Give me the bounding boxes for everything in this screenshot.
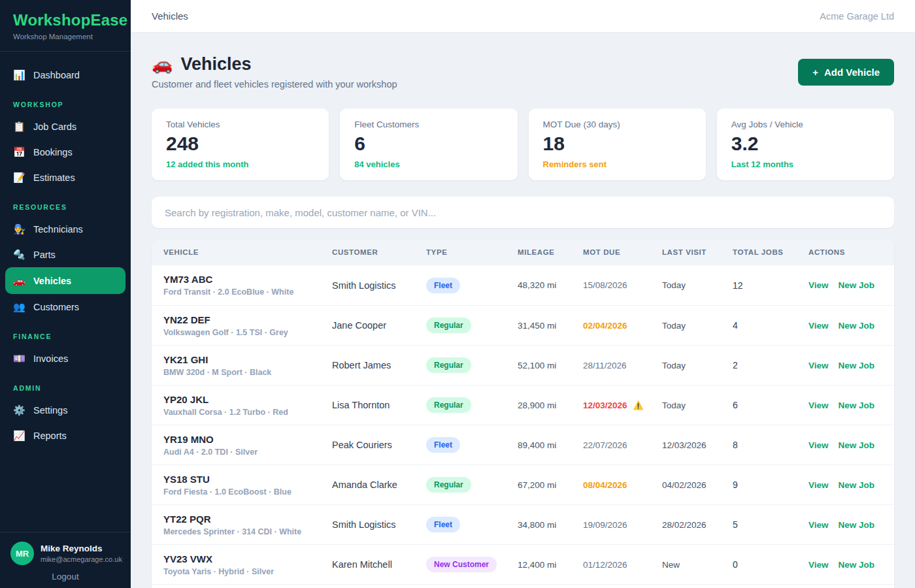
page-header: 🚗 Vehicles Customer and fleet vehicles r… xyxy=(152,54,894,90)
vehicle-description: Ford Transit · 2.0 EcoBlue · White xyxy=(163,287,332,297)
topbar: Vehicles Acme Garage Ltd xyxy=(131,0,915,33)
new-job-link[interactable]: New Job xyxy=(839,280,875,290)
mileage-cell: 28,900 mi xyxy=(518,400,583,410)
add-vehicle-button[interactable]: + Add Vehicle xyxy=(798,59,894,86)
vehicle-cell: YV23 VWX Toyota Yaris · Hybrid · Silver xyxy=(163,553,332,576)
new-job-link[interactable]: New Job xyxy=(839,480,875,490)
add-vehicle-label: Add Vehicle xyxy=(824,67,880,78)
mot-due-date: 08/04/2026 xyxy=(583,480,627,490)
mot-due-cell: 28/11/2026 xyxy=(583,361,662,370)
dashboard-icon: 📊 xyxy=(13,69,25,81)
table-row: YV23 VWX Toyota Yaris · Hybrid · Silver … xyxy=(152,544,894,584)
table-row: YS18 STU Ford Fiesta · 1.0 EcoBoost · Bl… xyxy=(152,465,894,504)
sidebar-item-customers[interactable]: 👥 Customers xyxy=(0,294,131,319)
logout-link[interactable]: Logout xyxy=(10,572,120,581)
sidebar-item-dashboard[interactable]: 📊 Dashboard xyxy=(0,62,131,88)
vehicle-cell: YN22 DEF Volkswagen Golf · 1.5 TSI · Gre… xyxy=(163,314,332,337)
customer-name: Jane Cooper xyxy=(332,320,426,331)
last-visit-cell: 12/03/2026 xyxy=(662,440,733,450)
sidebar: WorkshopEase Workshop Management 📊 Dashb… xyxy=(0,0,131,588)
vehicle-registration: YM73 ABC xyxy=(163,274,332,285)
last-visit-cell: Today xyxy=(662,361,733,370)
vehicle-registration: YR19 MNO xyxy=(163,434,332,445)
vehicle-cell: YP20 JKL Vauxhall Corsa · 1.2 Turbo · Re… xyxy=(163,394,332,417)
chart-increasing-icon: 📈 xyxy=(13,430,25,442)
sidebar-item-invoices[interactable]: 💷 Invoices xyxy=(0,346,131,371)
table-row: YM73 ABC Ford Transit · 2.0 EcoBlue · Wh… xyxy=(152,265,894,305)
sidebar-item-bookings[interactable]: 📅 Bookings xyxy=(0,139,131,165)
new-job-link[interactable]: New Job xyxy=(839,520,875,530)
sidebar-item-technicians[interactable]: 👨‍🔧 Technicians xyxy=(0,216,131,242)
avatar: MR xyxy=(10,542,34,565)
vehicle-cell: YK21 GHI BMW 320d · M Sport · Black xyxy=(163,354,332,377)
sidebar-item-job-cards[interactable]: 📋 Job Cards xyxy=(0,114,131,139)
mot-due-date: 12/03/2026 xyxy=(583,400,627,410)
view-link[interactable]: View xyxy=(808,480,829,490)
logo-block: WorkshopEase Workshop Management xyxy=(0,0,131,52)
stat-card-total-vehicles: Total Vehicles 248 12 added this month xyxy=(152,108,329,180)
view-link[interactable]: View xyxy=(808,280,829,290)
actions-cell: View New Job xyxy=(808,321,882,331)
view-link[interactable]: View xyxy=(808,520,829,530)
customer-name: Robert James xyxy=(332,360,426,370)
customer-name: Lisa Thornton xyxy=(332,400,426,410)
vehicle-registration: YN22 DEF xyxy=(163,314,332,325)
column-header-total-jobs: TOTAL JOBS xyxy=(733,248,808,256)
page-subtitle: Customer and fleet vehicles registered w… xyxy=(152,79,397,90)
search-input[interactable] xyxy=(152,197,894,228)
actions-cell: View New Job xyxy=(808,520,882,530)
sidebar-item-parts[interactable]: 🔩 Parts xyxy=(0,242,131,267)
column-header-mileage: MILEAGE xyxy=(518,248,583,256)
actions-cell: View New Job xyxy=(808,361,882,370)
stat-label: Total Vehicles xyxy=(166,120,314,129)
sidebar-item-label: Parts xyxy=(33,250,56,260)
stat-subtext: 12 added this month xyxy=(166,159,314,169)
view-link[interactable]: View xyxy=(808,440,829,450)
view-link[interactable]: View xyxy=(808,321,829,331)
car-icon: 🚗 xyxy=(152,54,173,74)
vehicle-description: Volkswagen Golf · 1.5 TSI · Grey xyxy=(163,328,332,337)
sidebar-item-label: Vehicles xyxy=(33,276,71,286)
mileage-cell: 34,800 mi xyxy=(518,520,583,530)
mileage-cell: 48,320 mi xyxy=(518,280,583,290)
view-link[interactable]: View xyxy=(808,361,829,370)
sidebar-item-label: Technicians xyxy=(33,224,83,235)
stat-value: 3.2 xyxy=(731,133,880,155)
last-visit-cell: 28/02/2026 xyxy=(662,520,733,530)
type-badge: Fleet xyxy=(426,278,460,293)
actions-cell: View New Job xyxy=(808,480,882,490)
mot-due-cell: 01/12/2026 xyxy=(583,560,662,570)
sidebar-item-settings[interactable]: ⚙️ Settings xyxy=(0,397,131,423)
stat-value: 248 xyxy=(166,133,314,155)
new-job-link[interactable]: New Job xyxy=(839,560,875,570)
sidebar-item-estimates[interactable]: 📝 Estimates xyxy=(0,165,131,190)
mot-due-date: 28/11/2026 xyxy=(583,361,627,370)
total-jobs-cell: 8 xyxy=(733,440,808,450)
total-jobs-cell: 0 xyxy=(733,559,808,570)
sidebar-item-reports[interactable]: 📈 Reports xyxy=(0,423,131,448)
type-cell: Fleet xyxy=(426,278,518,293)
vehicle-registration: YV23 VWX xyxy=(163,553,332,564)
actions-cell: View New Job xyxy=(808,440,882,450)
new-job-link[interactable]: New Job xyxy=(839,440,875,450)
actions-cell: View New Job xyxy=(808,560,882,570)
nut-bolt-icon: 🔩 xyxy=(13,249,25,261)
table-row: YW21 YZA xyxy=(152,584,894,588)
view-link[interactable]: View xyxy=(808,560,829,570)
new-job-link[interactable]: New Job xyxy=(839,361,875,370)
content: 🚗 Vehicles Customer and fleet vehicles r… xyxy=(131,33,915,588)
nav-section-resources: RESOURCES xyxy=(13,203,118,211)
actions-cell: View New Job xyxy=(808,280,882,290)
mileage-cell: 31,450 mi xyxy=(518,321,583,331)
total-jobs-cell: 5 xyxy=(733,519,808,530)
new-job-link[interactable]: New Job xyxy=(839,400,875,410)
plus-icon: + xyxy=(812,67,818,78)
vehicle-registration: YS18 STU xyxy=(163,474,332,485)
total-jobs-cell: 2 xyxy=(733,360,808,370)
app-logo: WorkshopEase xyxy=(13,11,118,29)
user-email: mike@acmegarage.co.uk xyxy=(41,555,122,563)
mileage-cell: 52,100 mi xyxy=(518,361,583,370)
new-job-link[interactable]: New Job xyxy=(839,321,875,331)
sidebar-item-vehicles[interactable]: 🚗 Vehicles xyxy=(5,267,125,294)
view-link[interactable]: View xyxy=(808,400,829,410)
